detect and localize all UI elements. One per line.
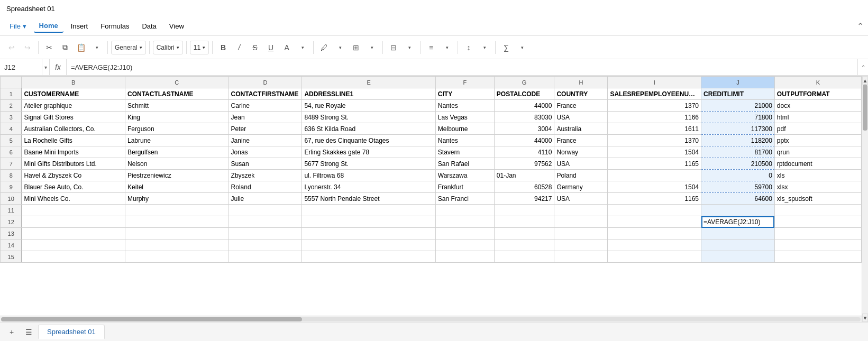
scroll-down-button[interactable]: ▼ (862, 314, 868, 322)
cell-r15-c9[interactable] (774, 251, 861, 263)
cell-r13-c6[interactable] (554, 228, 608, 239)
cell-r6-c3[interactable]: Erling Skakkes gate 78 (302, 146, 435, 158)
cell-r7-c2[interactable]: Susan (229, 158, 302, 170)
menu-data[interactable]: Data (136, 20, 161, 32)
col-header-G[interactable]: G (494, 77, 554, 88)
cell-r13-c7[interactable] (608, 228, 701, 239)
cell-r6-c4[interactable]: Stavern (435, 146, 494, 158)
cell-r9-c6[interactable]: Germany (554, 181, 608, 193)
font-color-dropdown[interactable]: ▾ (295, 40, 310, 55)
cell-r9-c7[interactable]: 1504 (608, 181, 701, 193)
cell-r7-c9[interactable]: rptdocument (774, 158, 861, 170)
cell-r14-c9[interactable] (774, 239, 861, 251)
cell-r4-c3[interactable]: 636 St Kilda Road (302, 123, 435, 135)
scroll-up-button[interactable]: ▲ (862, 76, 868, 85)
function-dropdown[interactable]: ▾ (515, 40, 529, 55)
cell-r4-c4[interactable]: Melbourne (435, 123, 494, 135)
cell-r1-c7[interactable]: SALESREPEMPLOYEENUMBER (608, 88, 701, 100)
cell-r6-c9[interactable]: qrun (774, 146, 861, 158)
copy-button[interactable]: ⧉ (58, 40, 72, 55)
cell-r6-c2[interactable]: Jonas (229, 146, 302, 158)
menu-formulas[interactable]: Formulas (95, 20, 134, 32)
cell-r13-c9[interactable] (774, 228, 861, 239)
cell-r7-c7[interactable]: 1165 (608, 158, 701, 170)
cell-r9-c1[interactable]: Keitel (125, 181, 229, 193)
cell-r5-c3[interactable]: 67, rue des Cinquante Otages (302, 135, 435, 146)
cell-r13-c5[interactable] (494, 228, 554, 239)
cell-J8[interactable]: 0 (701, 170, 775, 181)
paste-dropdown-button[interactable]: ▾ (89, 40, 104, 55)
cut-button[interactable]: ✂ (42, 40, 57, 55)
cell-J6[interactable]: 81700 (701, 146, 775, 158)
cell-r14-c3[interactable] (302, 239, 435, 251)
cell-r6-c1[interactable]: Bergulfsen (125, 146, 229, 158)
font-color-button[interactable]: A (279, 40, 294, 55)
cell-r3-c1[interactable]: King (125, 112, 229, 123)
cell-r14-c2[interactable] (229, 239, 302, 251)
cell-J1[interactable]: CREDITLIMIT (701, 88, 775, 100)
cell-r4-c5[interactable]: 3004 (494, 123, 554, 135)
menu-home[interactable]: Home (34, 20, 63, 33)
cell-r11-c5[interactable] (494, 205, 554, 216)
cell-r11-c1[interactable] (125, 205, 229, 216)
cell-r5-c2[interactable]: Janine (229, 135, 302, 146)
cell-r11-c7[interactable] (608, 205, 701, 216)
cell-r15-c6[interactable] (554, 251, 608, 263)
cell-J4[interactable]: 117300 (701, 123, 775, 135)
cell-r4-c2[interactable]: Peter (229, 123, 302, 135)
cell-ref-dropdown[interactable]: ▾ (42, 59, 50, 75)
cell-J2[interactable]: 21000 (701, 100, 775, 112)
cell-r12-c4[interactable] (435, 216, 494, 228)
sort-button[interactable]: ↕ (461, 40, 476, 55)
cell-r3-c6[interactable]: USA (554, 112, 608, 123)
formula-input[interactable] (67, 63, 857, 71)
cell-r11-c0[interactable] (22, 205, 125, 216)
cell-r10-c0[interactable]: Mini Wheels Co. (22, 193, 125, 205)
cell-r4-c1[interactable]: Ferguson (125, 123, 229, 135)
cell-r11-c3[interactable] (302, 205, 435, 216)
add-sheet-button[interactable]: + (4, 325, 19, 339)
undo-button[interactable]: ↩ (4, 40, 19, 55)
cell-r13-c4[interactable] (435, 228, 494, 239)
cell-J14[interactable] (701, 239, 775, 251)
cell-r9-c3[interactable]: Lyonerstr. 34 (302, 181, 435, 193)
vertical-scrollbar[interactable]: ▲ ▼ (862, 76, 868, 322)
cell-r12-c9[interactable] (774, 216, 861, 228)
borders-button[interactable]: ⊞ (349, 40, 363, 55)
cell-r1-c0[interactable]: CUSTOMERNAME (22, 88, 125, 100)
cell-r3-c4[interactable]: Las Vegas (435, 112, 494, 123)
col-header-D[interactable]: D (229, 77, 302, 88)
cell-r12-c1[interactable] (125, 216, 229, 228)
italic-button[interactable]: / (232, 40, 246, 55)
cell-r5-c0[interactable]: La Rochelle Gifts (22, 135, 125, 146)
col-header-H[interactable]: H (554, 77, 608, 88)
cell-r10-c9[interactable]: xls_spudsoft (774, 193, 861, 205)
cell-r15-c4[interactable] (435, 251, 494, 263)
cell-J3[interactable]: 71800 (701, 112, 775, 123)
cell-r7-c0[interactable]: Mini Gifts Distributors Ltd. (22, 158, 125, 170)
cell-r15-c0[interactable] (22, 251, 125, 263)
function-button[interactable]: ∑ (499, 40, 514, 55)
cell-r10-c1[interactable]: Murphy (125, 193, 229, 205)
scrollbar-track[interactable] (1, 317, 861, 321)
cell-r8-c7[interactable] (608, 170, 701, 181)
cell-r1-c4[interactable]: CITY (435, 88, 494, 100)
font-dropdown[interactable]: Calibri ▾ (153, 41, 183, 54)
col-header-I[interactable]: I (608, 77, 701, 88)
redo-button[interactable]: ↪ (20, 40, 35, 55)
cell-r12-c6[interactable] (554, 216, 608, 228)
cell-J9[interactable]: 59700 (701, 181, 775, 193)
col-header-E[interactable]: E (302, 77, 435, 88)
cell-r8-c3[interactable]: ul. Filtrowa 68 (302, 170, 435, 181)
cell-r8-c2[interactable]: Zbyszek (229, 170, 302, 181)
window-minimize-icon[interactable]: ⌃ (857, 21, 864, 31)
cell-J7[interactable]: 210500 (701, 158, 775, 170)
cell-r5-c7[interactable]: 1370 (608, 135, 701, 146)
cell-r4-c0[interactable]: Australian Collectors, Co. (22, 123, 125, 135)
cell-r8-c6[interactable]: Poland (554, 170, 608, 181)
cell-r5-c4[interactable]: Nantes (435, 135, 494, 146)
cell-r12-c3[interactable] (302, 216, 435, 228)
col-header-J[interactable]: J (701, 77, 775, 88)
cell-r11-c6[interactable] (554, 205, 608, 216)
cell-r3-c9[interactable]: html (774, 112, 861, 123)
